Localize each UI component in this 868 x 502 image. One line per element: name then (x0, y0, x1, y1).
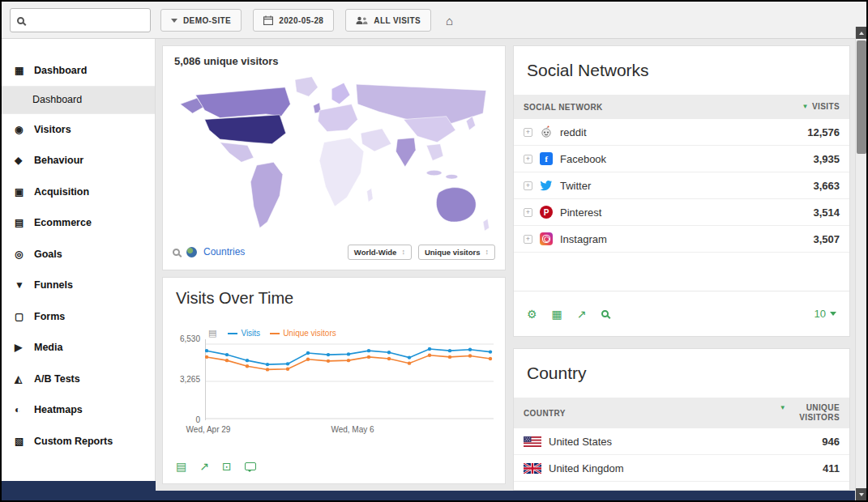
data-point[interactable] (205, 349, 208, 352)
table-view-icon[interactable]: ▦ (552, 308, 562, 320)
image-export-icon[interactable]: ⊡ (222, 461, 232, 472)
map-region-australia[interactable] (436, 188, 476, 223)
map-region-middle-east[interactable] (361, 129, 391, 151)
region-select[interactable]: World-Wide ↕ (348, 245, 412, 260)
expand-row-icon[interactable]: + (524, 155, 532, 164)
data-point[interactable] (489, 357, 492, 360)
data-point[interactable] (387, 357, 391, 360)
data-point[interactable] (225, 353, 229, 356)
home-button[interactable]: ⌂ (443, 9, 456, 32)
scroll-up-button[interactable] (856, 27, 867, 39)
data-point[interactable] (327, 359, 330, 363)
date-range-button[interactable]: 2020-05-28 (253, 9, 334, 32)
table-row[interactable]: +Instagram3,507 (514, 226, 849, 253)
data-point[interactable] (306, 358, 310, 361)
expand-row-icon[interactable]: + (524, 181, 532, 190)
map-region-madagascar[interactable] (367, 188, 374, 202)
data-point[interactable] (286, 362, 289, 365)
map-region-southeast-asia[interactable] (426, 144, 443, 161)
data-point[interactable] (408, 355, 411, 359)
world-map[interactable] (171, 72, 498, 234)
data-point[interactable] (327, 353, 330, 356)
column-header-social-network[interactable]: SOCIAL NETWORK (524, 103, 603, 112)
map-region-indonesia[interactable] (426, 170, 442, 176)
data-point[interactable] (347, 359, 350, 362)
data-point[interactable] (428, 354, 431, 357)
visits-chart[interactable] (205, 339, 494, 420)
data-point[interactable] (428, 347, 431, 351)
data-point[interactable] (367, 355, 370, 359)
data-point[interactable] (266, 368, 269, 371)
export-image-icon[interactable]: ▤ (208, 328, 216, 338)
page-scrollbar[interactable] (855, 27, 866, 500)
zoom-out-icon[interactable] (173, 249, 180, 256)
sidebar-item-custom-reports[interactable]: ▧Custom Reports (2, 426, 155, 457)
countries-link[interactable]: Countries (203, 246, 245, 257)
data-point[interactable] (448, 349, 451, 352)
data-point[interactable] (468, 354, 472, 357)
scrollbar-thumb[interactable] (857, 40, 866, 154)
annotations-icon[interactable] (245, 462, 256, 470)
sidebar-item-funnels[interactable]: ▼Funnels (2, 270, 155, 301)
data-point[interactable] (286, 368, 289, 371)
column-header-visits[interactable]: ▼ VISITS (802, 102, 840, 111)
map-region-africa[interactable] (319, 138, 364, 206)
expand-row-icon[interactable]: + (524, 208, 532, 217)
data-point[interactable] (387, 351, 391, 354)
sidebar-item-ecommerce[interactable]: ▤Ecommerce (2, 207, 155, 239)
map-region-scandinavia[interactable] (331, 83, 350, 104)
map-region-canada[interactable] (195, 87, 290, 118)
data-point[interactable] (468, 348, 472, 351)
metric-select[interactable]: Unique visitors ↕ (418, 245, 495, 260)
data-point[interactable] (225, 359, 229, 362)
map-region-greenland[interactable] (295, 77, 318, 97)
series-line-unique-visitors[interactable] (207, 355, 490, 370)
sidebar-item-forms[interactable]: ▢Forms (2, 301, 155, 333)
sidebar-item-acquisition[interactable]: ▣Acquisition (2, 177, 155, 208)
sidebar-item-a-b-tests[interactable]: ◭A/B Tests (2, 364, 155, 395)
table-row[interactable]: +Twitter3,663 (514, 172, 849, 199)
data-point[interactable] (408, 361, 411, 364)
sidebar-subitem-dashboard[interactable]: Dashboard (2, 87, 155, 114)
data-point[interactable] (306, 351, 310, 355)
export-icon[interactable]: ↗ (199, 461, 209, 472)
search-rows-icon[interactable] (601, 310, 609, 317)
map-region-usa[interactable] (205, 115, 286, 144)
sidebar-item-heatmaps[interactable]: ◐Heatmaps (2, 394, 155, 426)
map-region-indonesia-east[interactable] (446, 174, 458, 179)
sidebar-item-media[interactable]: ▶Media (2, 332, 155, 364)
data-point[interactable] (246, 364, 249, 368)
column-header-unique-visitors[interactable]: ▼ UNIQUE VISITORS (780, 403, 840, 423)
sidebar-item-behaviour[interactable]: ◆Behaviour (2, 145, 155, 177)
expand-row-icon[interactable]: + (524, 235, 532, 244)
column-header-country[interactable]: COUNTRY (524, 409, 566, 418)
gear-icon[interactable]: ⚙ (527, 308, 537, 320)
data-point[interactable] (347, 352, 350, 355)
data-point[interactable] (205, 355, 208, 359)
data-point[interactable] (266, 363, 269, 366)
sidebar-item-goals[interactable]: ◎Goals (2, 239, 155, 270)
search-input[interactable] (10, 8, 151, 32)
export-icon[interactable]: ↗ (577, 308, 587, 320)
map-region-new-zealand[interactable] (483, 219, 490, 231)
data-point[interactable] (489, 350, 492, 353)
table-row[interactable]: +fFacebook3,935 (514, 146, 849, 172)
legend-item-unique-visitors[interactable]: Unique visitors (270, 329, 336, 338)
sidebar-item-dashboard[interactable]: ▦Dashboard (2, 55, 155, 87)
table-row[interactable]: +PPinterest3,514 (514, 199, 849, 226)
site-selector-button[interactable]: DEMO-SITE (160, 9, 242, 32)
legend-item-visits[interactable]: Visits (228, 329, 260, 338)
expand-row-icon[interactable]: + (524, 128, 532, 137)
table-row[interactable]: United States946 (514, 428, 849, 455)
map-region-south-america[interactable] (250, 162, 283, 228)
segment-selector-button[interactable]: ALL VISITS (345, 9, 431, 32)
map-region-mexico[interactable] (220, 143, 254, 163)
data-point[interactable] (367, 349, 370, 352)
sidebar-item-visitors[interactable]: ◉Visitors (2, 114, 155, 146)
data-point[interactable] (448, 355, 451, 359)
map-region-india[interactable] (396, 138, 416, 167)
table-row[interactable]: United Kingdom411 (514, 455, 849, 482)
data-point[interactable] (246, 359, 249, 362)
table-row[interactable]: +reddit12,576 (514, 119, 849, 146)
map-region-europe[interactable] (318, 104, 357, 132)
